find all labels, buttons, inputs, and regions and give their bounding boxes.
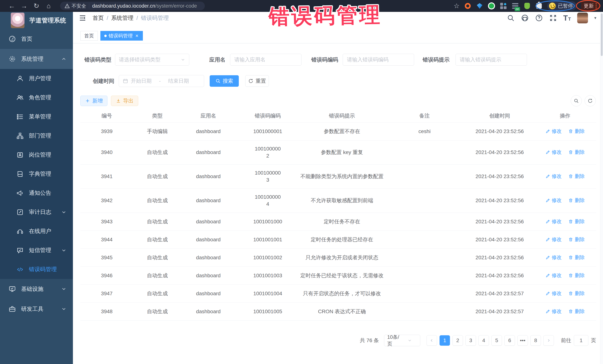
edit-link-label: 修改	[552, 218, 562, 225]
font-size-icon[interactable]	[563, 14, 571, 22]
delete-link[interactable]: 删除	[568, 149, 585, 155]
sidebar-item-audit-log[interactable]: 审计日志	[0, 203, 73, 222]
tab-close-icon[interactable]	[135, 34, 139, 38]
page-ellipsis-button[interactable]: •••	[517, 335, 528, 346]
extension-icon-grid[interactable]	[500, 2, 507, 10]
page-button-8[interactable]: 8	[531, 335, 541, 346]
page-button-4[interactable]: 4	[478, 335, 489, 346]
extension-icon-green-check[interactable]	[488, 2, 495, 10]
delete-link[interactable]: 删除	[568, 128, 585, 134]
delete-link[interactable]: 删除	[568, 173, 585, 180]
address-bar[interactable]: 不安全 dashboard.yudao.iocoder.cn /system/e…	[60, 2, 205, 10]
delete-link[interactable]: 删除	[568, 218, 585, 225]
extension-icon-gem[interactable]	[476, 2, 483, 10]
page-scrollbar[interactable]	[600, 12, 603, 364]
delete-link[interactable]: 删除	[568, 254, 585, 261]
refresh-table-button[interactable]	[585, 95, 596, 106]
sidebar-item-sms[interactable]: 短信管理	[0, 241, 73, 260]
sidebar-item-departments[interactable]: 部门管理	[0, 126, 73, 145]
extensions-puzzle-icon[interactable]	[535, 2, 543, 10]
browser-update-button[interactable]: 更新	[581, 1, 599, 10]
date-range-picker[interactable]: 开始日期 - 结束日期	[119, 75, 204, 87]
edit-link[interactable]: 修改	[545, 290, 562, 297]
table-row: 3942 自动生成 dashboard 100100000 4 不允许获取敏感配…	[80, 188, 596, 213]
delete-link[interactable]: 删除	[568, 272, 585, 279]
page-button-5[interactable]: 5	[491, 335, 502, 346]
sidebar-item-online-users[interactable]: 在线用户	[0, 222, 73, 241]
table-row: 3946 自动生成 dashboard 1001001003 定时任务已经处于该…	[80, 266, 596, 285]
browser-reload-icon[interactable]	[32, 0, 40, 12]
edit-link[interactable]: 修改	[545, 128, 562, 134]
sidebar-item-infrastructure[interactable]: 基础设施	[0, 279, 73, 299]
github-icon[interactable]	[521, 14, 529, 22]
reset-button[interactable]: 重置	[245, 75, 269, 87]
extension-icon-orange[interactable]	[464, 2, 471, 10]
browser-back-icon[interactable]	[8, 0, 16, 12]
browser-home-icon[interactable]	[45, 0, 53, 12]
browser-forward-icon[interactable]	[20, 0, 28, 12]
fullscreen-icon[interactable]	[549, 14, 557, 22]
cell-time: 2021-04-20 23:52:56	[465, 231, 534, 249]
prev-page-button[interactable]	[427, 335, 437, 346]
sidebar-item-menus[interactable]: 菜单管理	[0, 107, 73, 126]
goto-page-input[interactable]	[574, 335, 588, 346]
error-code-input[interactable]	[343, 54, 414, 66]
browser-menu-icon[interactable]	[596, 3, 597, 9]
next-page-button[interactable]	[544, 335, 554, 346]
sidebar-item-posts[interactable]: 岗位管理	[0, 145, 73, 164]
edit-link[interactable]: 修改	[545, 218, 562, 225]
delete-link[interactable]: 删除	[568, 290, 585, 297]
error-type-select[interactable]: 请选择错误码类型	[115, 54, 189, 66]
pencil-icon	[545, 219, 550, 224]
search-button[interactable]: 搜索	[210, 75, 239, 87]
edit-link[interactable]: 修改	[545, 254, 562, 261]
page-button-1[interactable]: 1	[440, 335, 450, 346]
tab-error-codes[interactable]: 错误码管理	[100, 31, 143, 41]
edit-link[interactable]: 修改	[545, 272, 562, 279]
add-button[interactable]: 新增	[80, 96, 107, 106]
sidebar-item-users[interactable]: 用户管理	[0, 69, 73, 88]
extension-icon-list-on[interactable]: on	[511, 2, 519, 10]
user-avatar[interactable]	[577, 13, 588, 23]
cell-id: 3939	[80, 122, 133, 140]
edit-link[interactable]: 修改	[545, 308, 562, 315]
breadcrumb-item-home[interactable]: 首页	[93, 14, 104, 22]
search-icon[interactable]	[507, 14, 515, 22]
export-button[interactable]: 导出	[111, 96, 138, 106]
avatar-dropdown-icon[interactable]	[594, 16, 596, 20]
edit-link[interactable]: 修改	[545, 173, 562, 180]
paused-extension-badge[interactable]: 已暂停	[547, 1, 577, 11]
breadcrumb-item-system[interactable]: 系统管理	[111, 14, 133, 22]
cell-code: 1001001004	[235, 285, 300, 302]
edit-link[interactable]: 修改	[545, 197, 562, 204]
page-size-select[interactable]: 10条/页	[384, 335, 420, 346]
sidebar-item-roles[interactable]: 角色管理	[0, 88, 73, 107]
show-search-button[interactable]	[571, 95, 582, 106]
error-hint-input[interactable]	[455, 54, 527, 66]
delete-link[interactable]: 删除	[568, 308, 585, 315]
sidebar-item-dictionary[interactable]: 字典管理	[0, 164, 73, 184]
app-name-input[interactable]	[230, 54, 302, 66]
delete-link[interactable]: 删除	[568, 236, 585, 243]
scrollbar-thumb[interactable]	[601, 13, 603, 56]
bookmark-star-icon[interactable]	[454, 2, 460, 10]
sidebar-toggle-icon[interactable]	[79, 14, 87, 22]
cell-actions: 修改 删除	[534, 140, 596, 164]
sidebar-item-notices[interactable]: 通知公告	[0, 184, 73, 203]
calendar-icon	[123, 78, 128, 84]
edit-link[interactable]: 修改	[545, 236, 562, 243]
sidebar-item-dev-tools[interactable]: 研发工具	[0, 299, 73, 319]
help-icon[interactable]	[535, 14, 543, 22]
page-button-2[interactable]: 2	[452, 335, 463, 346]
sidebar-item-error-codes[interactable]: 错误码管理	[0, 260, 73, 279]
edit-link[interactable]: 修改	[545, 149, 562, 155]
app-logo[interactable]: 芋道管理系统	[0, 12, 73, 29]
pencil-icon	[545, 174, 550, 179]
extension-icon-plug[interactable]	[523, 2, 531, 10]
sidebar-item-system[interactable]: 系统管理	[0, 49, 73, 69]
page-button-3[interactable]: 3	[465, 335, 476, 346]
sidebar-item-home[interactable]: 首页	[0, 29, 73, 49]
delete-link[interactable]: 删除	[568, 197, 585, 204]
tab-home[interactable]: 首页	[80, 31, 98, 41]
page-button-6[interactable]: 6	[504, 335, 515, 346]
